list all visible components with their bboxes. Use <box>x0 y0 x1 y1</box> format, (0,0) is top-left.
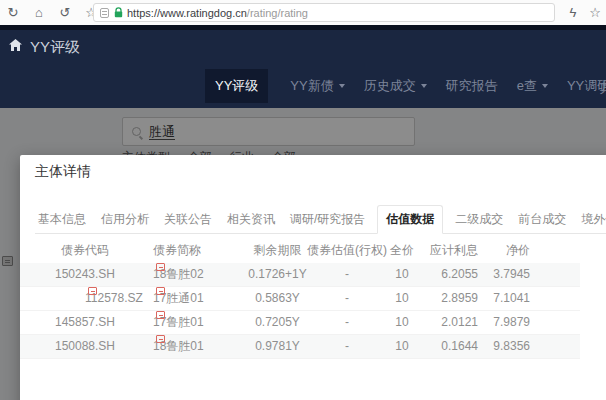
secure-lock-icon <box>114 4 123 22</box>
tab-offshore-bonds[interactable]: 境外债券 <box>578 206 606 233</box>
chevron-down-icon <box>542 84 548 88</box>
nav-item-history-deals[interactable]: 历史成交 <box>364 77 427 95</box>
detail-popup-icon[interactable] <box>156 287 165 295</box>
logo[interactable]: YY评级 <box>0 30 606 64</box>
net-price: 3.7945 <box>482 263 530 286</box>
accrued-interest: 6.2055 <box>418 263 478 286</box>
modal-tabs: 基本信息 信用分析 关联公告 相关资讯 调研/研究报告 估值数据 二级成交 前台… <box>35 205 606 234</box>
col-bond-code: 债券代码 <box>35 237 135 263</box>
detail-popup-icon[interactable] <box>156 263 165 271</box>
entity-detail-modal: 主体详情 基本信息 信用分析 关联公告 相关资讯 调研/研究报告 估值数据 二级… <box>20 155 606 400</box>
bond-code: 150243.SH <box>35 263 135 286</box>
nav-item-echeck[interactable]: e查 <box>517 77 548 95</box>
tab-secondary-deals[interactable]: 二级成交 <box>452 206 506 233</box>
accrued-interest: 0.1644 <box>418 335 478 358</box>
site-header: YY评级 YY评级 YY新债 历史成交 研究报告 e查 YY调研 其 <box>0 25 606 108</box>
col-net-price: 净价 <box>482 237 530 263</box>
home-glyph-icon <box>8 38 23 56</box>
tab-basic-info[interactable]: 基本信息 <box>35 206 89 233</box>
browser-toolbar: ↻ ⌂ ↺ ☆ https://www.ratingdog.cn/rating/… <box>0 0 606 25</box>
nav-item-yy-rating[interactable]: YY评级 <box>205 69 268 103</box>
nav-item-yy-newbond[interactable]: YY新债 <box>290 77 344 95</box>
tab-survey-research-report[interactable]: 调研/研究报告 <box>287 206 368 233</box>
table-row: 150088.SH 18鲁胜01 0.9781Y - 10 0.1644 9.8… <box>20 335 580 359</box>
tab-related-news[interactable]: 相关资讯 <box>224 206 278 233</box>
detail-popup-icon[interactable] <box>88 287 97 295</box>
nav-item-research-report[interactable]: 研究报告 <box>446 77 498 95</box>
undo-icon[interactable]: ↺ <box>52 0 78 25</box>
detail-popup-icon[interactable] <box>156 311 165 319</box>
extension-lightning-icon[interactable]: ϟ <box>562 0 584 25</box>
net-price: 9.8356 <box>482 335 530 358</box>
net-price: 7.1041 <box>482 287 530 310</box>
net-price: 7.9879 <box>482 311 530 334</box>
nav-item-clipped[interactable]: 其 <box>600 79 606 97</box>
address-bar[interactable]: https://www.ratingdog.cn/rating/rating <box>93 3 555 22</box>
col-accrued-interest: 应计利息 <box>418 237 478 263</box>
tab-credit-analysis[interactable]: 信用分析 <box>98 206 152 233</box>
table-header: 债券代码 债券简称 剩余期限 债券估值(行权) 全价 应计利息 净价 <box>20 237 580 263</box>
accrued-interest: 2.0121 <box>418 311 478 334</box>
main-nav: YY评级 YY新债 历史成交 研究报告 e查 YY调研 其 <box>0 64 606 108</box>
modal-title: 主体详情 <box>35 163 91 181</box>
screen: ↻ ⌂ ↺ ☆ https://www.ratingdog.cn/rating/… <box>0 0 606 400</box>
tab-valuation-data[interactable]: 估值数据 <box>377 205 443 234</box>
detail-popup-icon[interactable] <box>156 335 165 343</box>
table-row: 112578.SZ 17胜通01 0.5863Y - 10 2.8959 7.1… <box>20 287 580 311</box>
table-row: 150243.SH 18鲁胜02 0.1726+1Y - 10 6.2055 3… <box>20 263 580 287</box>
bond-code: 145857.SH <box>35 311 135 334</box>
home-icon[interactable]: ⌂ <box>26 0 52 25</box>
table-row: 145857.SH 17鲁胜01 0.7205Y - 10 2.0121 7.9… <box>20 311 580 335</box>
url-path: /rating/rating <box>247 7 308 19</box>
logo-text: YY评级 <box>30 38 80 57</box>
url-host: https://www.ratingdog.cn <box>127 7 247 19</box>
accrued-interest: 2.8959 <box>418 287 478 310</box>
chevron-down-icon <box>421 84 427 88</box>
page-info-icon[interactable] <box>100 8 109 18</box>
bond-code: 150088.SH <box>35 335 135 358</box>
tab-front-desk-deals[interactable]: 前台成交 <box>515 206 569 233</box>
tab-related-announcements[interactable]: 关联公告 <box>161 206 215 233</box>
favorite-star-icon[interactable]: ☆ <box>584 0 606 25</box>
chevron-down-icon <box>339 84 345 88</box>
refresh-icon[interactable]: ↻ <box>0 0 26 25</box>
